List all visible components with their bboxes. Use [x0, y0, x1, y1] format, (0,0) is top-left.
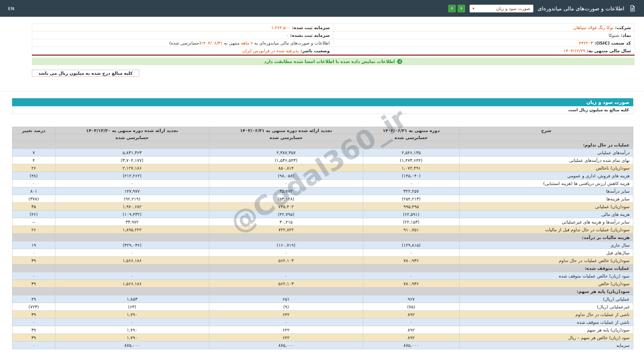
- chevron-right-icon: ›: [460, 5, 462, 11]
- row-label: هزینه های مالی: [459, 210, 633, 218]
- value-cell: ۵,۸۳۱,۳۶۳: [55, 149, 209, 157]
- section-row: سود(زیان) پایه هر سهم:: [12, 288, 633, 295]
- chevron-down-icon: ▾: [473, 6, 475, 11]
- value-cell: ۱,۰۷۲,۴۹۱: [363, 164, 459, 172]
- change-cell: ۳۹: [12, 311, 55, 318]
- dropdown-selected-value: صورت سود و زیان: [496, 6, 530, 11]
- row-label: سود(زیان) پایه هر سهم: [459, 326, 633, 334]
- row-label: سود(زیان) خالص: [459, 280, 633, 288]
- col-period-restated-mid: تجدید ارائه شده دوره منتهی به ۱۴۰۳/۰۶/۳۱: [209, 127, 363, 134]
- value-cell: ۳۰,۲۱۵: [209, 218, 363, 226]
- empty-cell: [55, 141, 209, 149]
- value-cell: ۱,۹۷۰,۶۸۲: [55, 203, 209, 210]
- audited-cell: حسابرسی شده: [363, 134, 459, 141]
- value-cell: ۷۳۵,۴۰۲: [209, 203, 363, 210]
- change-cell: ۳۹: [12, 257, 55, 264]
- change-cell: ۴: [12, 157, 55, 164]
- value-cell: ۱,۵۶۶,۱۸۶: [55, 280, 209, 288]
- company-info-row: نماد: شتوکاسرمایه ثبت نشده: ۰: [32, 32, 635, 39]
- table-row: سرمایه۸۷۵,۰۰۰۸۷۵,۰۰۰۸۷۵,۰۰۰۰: [12, 342, 633, 349]
- table-row: سود (زیان) خالص عملیات متوقف شده۰۰۰۰: [12, 272, 633, 280]
- table-row: سود(زیان) عملیات در حال تداوم قبل از مال…: [12, 226, 633, 234]
- topbar: اطلاعات و صورت‌های مالی میاندوره‌ای صورت…: [0, 0, 644, 17]
- value-cell: ۱,۵۶۶,۱۸۶: [55, 257, 209, 264]
- value-cell: ۳۲۲,۲۵۷: [363, 187, 459, 195]
- value-cell: ۹۹۵,۴۹۵: [363, 203, 459, 210]
- next-period-button[interactable]: ›: [458, 5, 465, 12]
- empty-cell: [55, 234, 209, 241]
- row-label: سایر هزینه‌ها: [459, 195, 633, 203]
- notice-text: اطلاعات نمایش داده شده با اطلاعات امضا ش…: [264, 59, 395, 64]
- section-label: عملیات در حال تداوم:: [459, 141, 633, 149]
- row-label: سرمایه: [459, 342, 633, 349]
- change-cell: (۷۲۳): [12, 303, 55, 311]
- empty-cell: [55, 288, 209, 295]
- table-row: هزینه کاهش ارزش دریافتنی ها (هزینه استثن…: [12, 180, 633, 187]
- table-row: سود(زیان) خالص عملیات در حال تداوم۷۸۰,۹۳…: [12, 257, 633, 264]
- col-period-restated-annual: تجدید ارائه شده دوره منتهی به ۱۴۰۳/۱۲/۳۰: [55, 127, 209, 134]
- table-row: بهای تمام شده درآمدهای عملیاتی(۱,۴۷۳,۶۴۴…: [12, 157, 633, 164]
- prev-period-button[interactable]: ‹: [448, 5, 456, 12]
- col-change: درصد تغییر: [12, 127, 55, 134]
- table-row: سود(زیان) عملیاتی۹۹۵,۴۹۵۷۳۵,۴۰۲۱,۹۷۰,۶۸۲…: [12, 203, 633, 210]
- company-info-table: شرکت: توکا رنگ فولاد سپاهانسرمایه ثبت شد…: [32, 23, 635, 55]
- company-info-row: کد صنعت (ISIC): ۴۴۲۲۰۳اطلاعات و صورت‌های…: [32, 39, 635, 47]
- language-toggle[interactable]: EN: [8, 6, 14, 11]
- value-cell: ۲,۵۴۶,۱۳۵: [363, 149, 459, 157]
- empty-cell: [363, 234, 459, 241]
- table-row: درآمدهای عملیاتی۲,۵۴۶,۱۳۵۲,۳۸۷,۳۵۷۵,۸۳۱,…: [12, 149, 633, 157]
- value-cell: ۷۸۰,۹۳۶: [363, 257, 459, 264]
- empty-cell: [12, 288, 55, 295]
- value-cell: (۳,۷۰۴,۱۷۷): [55, 157, 209, 164]
- row-label: سایر درآمدها و هزینه های غیرعملیاتی: [459, 218, 633, 226]
- signature-notice: i اطلاعات نمایش داده شده با اطلاعات امضا…: [32, 58, 635, 65]
- value-cell: ۳۳,۹۷۲: [55, 218, 209, 226]
- statement-type-dropdown[interactable]: صورت سود و زیان ▾: [470, 5, 533, 12]
- value-cell: ۸۹۲: [363, 334, 459, 342]
- red-divider: [32, 55, 635, 56]
- value-cell: ۱,۸۵۳: [55, 295, 209, 303]
- empty-cell: [209, 234, 363, 241]
- table-row: سایر درآمدها۳۲۲,۲۵۷۳۵,۷۷۴۱۴۷,۹۷۷۸۰۱: [12, 187, 633, 195]
- value-cell: (۱۰۹,۴۳۲): [55, 210, 209, 218]
- empty-cell: [12, 264, 55, 272]
- value-cell: ۶۴۲: [209, 311, 363, 318]
- row-label: سود(زیان) عملیاتی: [459, 203, 633, 210]
- value-cell: (۲۲,۱۵۳): [363, 218, 459, 226]
- change-cell: ۰: [12, 272, 55, 280]
- change-cell: --: [12, 218, 55, 226]
- value-cell: (۹۲,۲۱۹): [55, 195, 209, 203]
- change-cell: ۰: [12, 180, 55, 187]
- empty-cell: [209, 288, 363, 295]
- value-cell: ۲,۳۸۷,۳۵۷: [209, 149, 363, 157]
- value-cell: ۰: [55, 318, 209, 326]
- value-cell: ۵۶۲,۱۰۳: [209, 257, 363, 264]
- chevron-left-icon: ‹: [451, 5, 452, 11]
- income-statement-table: شرح دوره منتهی به ۱۴۰۴/۰۶/۳۱ تجدید ارائه…: [12, 127, 633, 349]
- row-label: هزینه های فروش، اداری و عمومی: [459, 172, 633, 180]
- value-cell: ۰: [55, 272, 209, 280]
- section-row: هزینه مالیات بر درآمد:: [12, 234, 633, 241]
- empty-cell: [12, 234, 55, 241]
- company-info-cell: وضعیت ناشر: پذیرفته شده در فرابورس ایران: [32, 47, 333, 55]
- change-cell: ۸۰۱: [12, 187, 55, 195]
- header-row-audited: حسابرسی شده حسابرسی شده حسابرسی شده: [12, 134, 633, 141]
- table-row: ناشی از عملیات متوقف شده۰۰۰۰: [12, 318, 633, 326]
- value-cell: (۵۳,۱۲۸): [209, 195, 363, 203]
- page-title: اطلاعات و صورت‌های مالی میاندوره‌ای: [538, 5, 624, 12]
- table-row: سود(زیان) ناخالص۱,۰۷۲,۴۹۱۸۵۰,۸۱۴۲,۱۲۷,۱۸…: [12, 164, 633, 172]
- value-cell: ۰: [363, 272, 459, 280]
- table-row: سال‌های قبل۰۰۰۰: [12, 249, 633, 257]
- table-row: عملیاتی (ریال)۹۶۷۶۵۱۱,۸۵۳۴۹: [12, 295, 633, 303]
- value-cell: ۸۷۵,۰۰۰: [55, 342, 209, 349]
- empty-cell: [12, 141, 55, 149]
- change-cell: ۳۹: [12, 326, 55, 334]
- value-cell: ۰: [209, 249, 363, 257]
- company-info-cell: سرمایه ثبت نشده: ۰: [32, 32, 333, 39]
- value-cell: ۱,۸۹۵,۲۲۲: [55, 226, 209, 234]
- value-cell: ۰: [363, 249, 459, 257]
- change-cell: (۴۸): [12, 172, 55, 180]
- unit-note-box: کلیه مبالغ درج شده به میلیون ریال می باش…: [32, 70, 139, 77]
- company-info-cell: سرمایه ثبت شده: ۱,۲۶۲,۵۰۰: [32, 24, 333, 32]
- company-info-row: سال مالی منتهی به: ۱۴۰۴/۱۲/۲۹وضعیت ناشر:…: [32, 47, 635, 55]
